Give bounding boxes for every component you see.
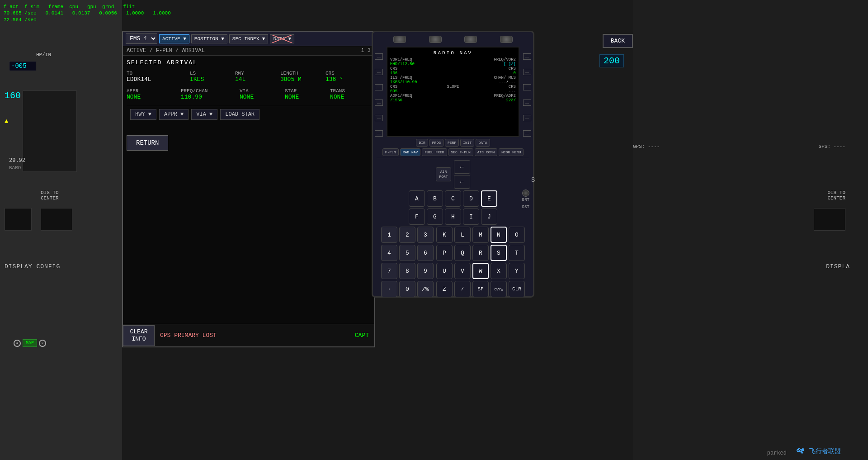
key-N[interactable]: N — [491, 227, 507, 243]
key-D[interactable]: D — [463, 190, 479, 207]
key-0[interactable]: 0 — [399, 281, 415, 297]
nav-down-btn[interactable]: ← — [454, 175, 470, 189]
return-button[interactable]: RETURN — [127, 135, 168, 151]
key-2[interactable]: 2 — [399, 227, 415, 243]
rst-label: RST — [522, 205, 529, 209]
rsk-3r[interactable]: — — [523, 84, 531, 90]
clear-info-button[interactable]: CLEARINFO — [123, 325, 155, 346]
knob-4[interactable] — [500, 36, 513, 43]
mcdu-letters-col: K L M N O P Q R S T U V W X Y Z — [436, 227, 525, 297]
key-J[interactable]: J — [481, 209, 497, 225]
key-dot[interactable]: · — [381, 281, 397, 297]
rsk-4r[interactable]: — — [523, 100, 531, 106]
mcdu-menu-btn[interactable]: MCDU MENU — [499, 148, 524, 156]
key-O[interactable]: O — [509, 227, 525, 243]
key-X[interactable]: X — [491, 263, 507, 279]
sec-fpln-btn[interactable]: SEC F-PLN — [448, 148, 473, 156]
key-1[interactable]: 1 — [381, 227, 397, 243]
rsk-6r[interactable]: — — [523, 130, 531, 137]
knob-1[interactable] — [393, 36, 406, 43]
lsk-3l[interactable]: — — [375, 84, 383, 90]
key-G[interactable]: G — [427, 209, 443, 225]
key-U[interactable]: U — [436, 263, 453, 279]
atc-comm-btn[interactable]: ATC COMM — [475, 148, 497, 156]
stat-f-sim-val: 72.564 — [4, 17, 22, 23]
key-A[interactable]: A — [409, 190, 425, 207]
prog-btn[interactable]: PROG — [429, 139, 443, 147]
key-5[interactable]: 5 — [399, 245, 415, 261]
key-percent[interactable]: /% — [417, 281, 434, 297]
sec-index-btn[interactable]: SEC INDEX ▼ — [229, 34, 269, 43]
active-mode-btn[interactable]: ACTIVE ▼ — [159, 34, 189, 43]
data-btn[interactable]: DATA — [476, 139, 490, 147]
key-F[interactable]: F — [409, 209, 425, 225]
key-R[interactable]: R — [472, 245, 489, 261]
key-T[interactable]: T — [509, 245, 525, 261]
key-C[interactable]: C — [445, 190, 461, 207]
nav-up-btn[interactable]: ← — [454, 160, 470, 174]
crs-left-label: CRS — [390, 66, 397, 71]
key-slash[interactable]: / — [454, 281, 471, 297]
rwy-nav-btn[interactable]: RWY ▼ — [130, 109, 156, 120]
key-V[interactable]: V — [454, 263, 471, 279]
lsk-6l[interactable]: — — [375, 130, 383, 137]
rsk-5r[interactable]: — — [523, 115, 531, 121]
appr-label: APPR — [127, 88, 172, 94]
key-I[interactable]: I — [463, 209, 479, 225]
map-circle-left[interactable]: ● — [14, 340, 21, 347]
key-K[interactable]: K — [436, 227, 453, 243]
key-B[interactable]: B — [427, 190, 443, 207]
key-M[interactable]: M — [472, 227, 489, 243]
key-9[interactable]: 9 — [417, 263, 434, 279]
appr-nav-btn[interactable]: APPR ▼ — [159, 109, 189, 120]
key-S[interactable]: S — [491, 245, 507, 261]
key-3[interactable]: 3 — [417, 227, 434, 243]
lsk-2l[interactable]: — — [375, 69, 383, 75]
key-W[interactable]: W — [472, 263, 489, 279]
key-E[interactable]: E — [481, 190, 497, 207]
mcdu-row-labels-4: CRS SLOPE CRS — [390, 85, 516, 89]
dir-btn[interactable]: DIR — [416, 139, 428, 147]
fuel-pred-btn[interactable]: FUEL FRED — [422, 148, 447, 156]
key-Y[interactable]: Y — [509, 263, 525, 279]
position-mode-btn[interactable]: POSITION ▼ — [191, 34, 227, 43]
ois-button-left[interactable] — [5, 208, 32, 231]
altitude-display: -005 — [9, 61, 36, 71]
rad-nav-btn[interactable]: RAD NAV — [400, 148, 421, 156]
key-4[interactable]: 4 — [381, 245, 397, 261]
perf-btn[interactable]: PERF — [445, 139, 459, 147]
lsk-1l[interactable]: — — [375, 53, 383, 60]
knob-2[interactable] — [429, 36, 442, 43]
key-Z[interactable]: Z — [436, 281, 453, 297]
rsk-2r[interactable]: — — [523, 69, 531, 75]
key-Q[interactable]: Q — [454, 245, 471, 261]
ois-button-right[interactable] — [814, 208, 845, 231]
ois-button-center[interactable] — [41, 208, 72, 231]
key-ovy[interactable]: OVY△ — [491, 281, 507, 297]
knob-3[interactable] — [464, 36, 477, 43]
airport-btn[interactable]: AIRPORT — [436, 167, 451, 181]
key-H[interactable]: H — [445, 209, 461, 225]
map-button[interactable]: MAP — [23, 339, 37, 347]
key-8[interactable]: 8 — [399, 263, 415, 279]
key-clr[interactable]: CLR — [509, 281, 525, 297]
via-nav-btn[interactable]: VIA ▼ — [191, 109, 217, 120]
load-star-btn[interactable]: LOAD STAR — [220, 109, 259, 120]
key-7[interactable]: 7 — [381, 263, 397, 279]
map-circle-right[interactable]: ✕ — [39, 340, 46, 347]
brt-knob[interactable] — [522, 190, 529, 197]
data-mode-btn[interactable]: DATA ▼ — [270, 34, 294, 43]
key-6[interactable]: 6 — [417, 245, 434, 261]
back-button[interactable]: BACK — [603, 34, 633, 48]
fms-selector[interactable]: FMS 1 FMS 2 — [126, 33, 157, 44]
init-btn[interactable]: INIT — [460, 139, 474, 147]
rsk-1r[interactable]: — — [523, 53, 531, 60]
key-P[interactable]: P — [436, 245, 453, 261]
lsk-4l[interactable]: — — [375, 100, 383, 106]
brand-text: 飞行者联盟 — [809, 448, 841, 455]
fpln-btn[interactable]: F-PLN — [382, 148, 399, 156]
mcdu-numbers-col: 1 2 3 4 5 6 7 8 9 · 0 /% — [381, 227, 434, 297]
lsk-5l[interactable]: — — [375, 115, 383, 121]
key-sf[interactable]: SF — [472, 281, 489, 297]
key-L[interactable]: L — [454, 227, 471, 243]
